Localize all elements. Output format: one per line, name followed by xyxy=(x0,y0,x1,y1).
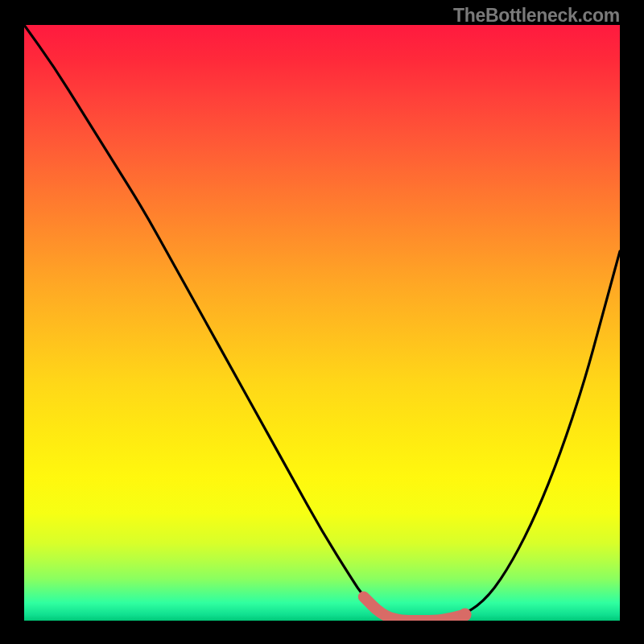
bottleneck-curve xyxy=(24,25,620,621)
plot-area xyxy=(24,25,620,621)
watermark-text: TheBottleneck.com xyxy=(453,5,620,27)
chart-frame: TheBottleneck.com xyxy=(0,0,644,644)
marker-segment xyxy=(364,597,465,621)
curve-layer xyxy=(24,25,620,621)
marker-dot xyxy=(459,609,472,621)
